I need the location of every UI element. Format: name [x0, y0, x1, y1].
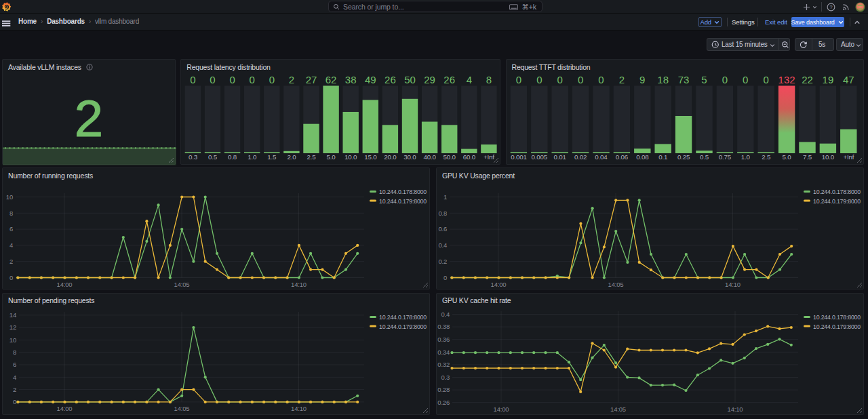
- svg-text:5.0: 5.0: [782, 153, 791, 161]
- svg-text:0.4: 0.4: [441, 310, 450, 317]
- svg-text:4: 4: [9, 241, 13, 249]
- svg-text:0: 0: [515, 74, 521, 85]
- svg-text:0.26: 0.26: [437, 398, 450, 405]
- svg-text:2: 2: [289, 74, 294, 85]
- svg-text:8: 8: [486, 74, 492, 85]
- svg-text:0.04: 0.04: [595, 153, 608, 161]
- svg-text:0.08: 0.08: [636, 153, 649, 161]
- svg-text:14:05: 14:05: [608, 281, 624, 288]
- svg-text:6: 6: [9, 225, 13, 233]
- svg-text:10.244.0.178:8000: 10.244.0.178:8000: [813, 188, 861, 195]
- svg-text:6: 6: [13, 361, 16, 368]
- svg-text:29: 29: [425, 74, 436, 85]
- svg-text:0: 0: [250, 74, 255, 85]
- svg-text:73: 73: [677, 74, 689, 85]
- svg-text:14:10: 14:10: [725, 281, 741, 288]
- svg-text:?: ?: [829, 4, 832, 10]
- svg-text:0.6: 0.6: [438, 225, 447, 233]
- svg-text:0.1: 0.1: [658, 153, 667, 161]
- svg-text:22: 22: [802, 74, 813, 85]
- svg-text:14:00: 14:00: [491, 281, 507, 288]
- svg-text:18: 18: [657, 74, 669, 85]
- svg-text:0.36: 0.36: [437, 335, 450, 342]
- svg-text:132: 132: [778, 74, 795, 85]
- svg-text:2.5: 2.5: [762, 153, 771, 161]
- svg-text:26: 26: [384, 74, 396, 85]
- svg-text:10.0: 10.0: [821, 153, 834, 161]
- svg-text:50: 50: [404, 74, 416, 85]
- svg-text:14:10: 14:10: [291, 281, 307, 288]
- svg-text:10.244.0.179:8000: 10.244.0.179:8000: [379, 198, 427, 205]
- svg-text:14:10: 14:10: [728, 405, 743, 413]
- svg-text:50.0: 50.0: [443, 153, 456, 161]
- svg-text:4: 4: [13, 373, 16, 380]
- svg-text:10.244.0.178:8000: 10.244.0.178:8000: [379, 188, 427, 195]
- svg-text:1.0: 1.0: [741, 153, 750, 161]
- svg-text:62: 62: [326, 74, 337, 85]
- svg-text:10.244.0.178:8000: 10.244.0.178:8000: [813, 314, 861, 321]
- svg-text:0.28: 0.28: [437, 386, 450, 393]
- svg-text:0: 0: [191, 74, 196, 85]
- svg-text:0.25: 0.25: [677, 153, 690, 161]
- svg-text:0: 0: [557, 74, 562, 85]
- svg-text:10.244.0.179:8000: 10.244.0.179:8000: [379, 323, 427, 330]
- svg-text:0.2: 0.2: [438, 258, 447, 265]
- svg-text:40.0: 40.0: [424, 153, 437, 161]
- svg-text:60.0: 60.0: [463, 153, 476, 161]
- svg-text:10.244.0.179:8000: 10.244.0.179:8000: [813, 323, 861, 330]
- svg-text:47: 47: [842, 74, 854, 85]
- svg-text:10.244.0.178:8000: 10.244.0.178:8000: [379, 314, 427, 321]
- svg-text:14:00: 14:00: [57, 405, 73, 412]
- svg-text:10.244.0.179:8000: 10.244.0.179:8000: [813, 198, 861, 205]
- svg-text:38: 38: [345, 74, 357, 85]
- svg-text:30.0: 30.0: [404, 153, 417, 161]
- svg-text:0.8: 0.8: [438, 210, 447, 217]
- svg-text:0.001: 0.001: [511, 153, 526, 161]
- svg-text:15.0: 15.0: [364, 153, 377, 161]
- svg-text:19: 19: [822, 74, 833, 85]
- svg-text:0.32: 0.32: [437, 361, 450, 368]
- svg-text:5: 5: [701, 74, 707, 85]
- svg-text:0.38: 0.38: [437, 323, 450, 330]
- svg-text:10: 10: [9, 336, 16, 343]
- svg-text:0: 0: [536, 74, 542, 85]
- svg-text:2: 2: [618, 74, 624, 85]
- svg-text:0: 0: [9, 274, 13, 281]
- svg-text:0.3: 0.3: [441, 373, 450, 380]
- svg-text:0: 0: [743, 74, 748, 85]
- svg-text:8: 8: [13, 348, 16, 355]
- svg-text:1.0: 1.0: [248, 153, 257, 161]
- svg-text:5.0: 5.0: [327, 153, 336, 161]
- svg-text:14:00: 14:00: [57, 281, 73, 288]
- svg-text:1: 1: [443, 193, 447, 201]
- svg-text:+Inf: +Inf: [843, 153, 854, 161]
- svg-text:4: 4: [467, 74, 472, 85]
- svg-text:10: 10: [6, 193, 13, 201]
- svg-text:0.34: 0.34: [437, 348, 450, 355]
- svg-text:1.5: 1.5: [268, 153, 277, 161]
- svg-text:9: 9: [639, 74, 645, 85]
- svg-text:0.02: 0.02: [574, 153, 586, 161]
- svg-text:14: 14: [9, 311, 16, 319]
- svg-text:0: 0: [763, 74, 768, 85]
- svg-text:14:05: 14:05: [610, 405, 626, 413]
- svg-text:8: 8: [9, 210, 13, 217]
- svg-text:14:05: 14:05: [174, 405, 190, 412]
- svg-text:0: 0: [269, 74, 275, 85]
- svg-text:0.06: 0.06: [615, 153, 628, 161]
- svg-text:26: 26: [444, 74, 456, 85]
- svg-text:49: 49: [365, 74, 376, 85]
- svg-text:0: 0: [598, 74, 604, 85]
- svg-text:20.0: 20.0: [384, 153, 397, 161]
- svg-text:0.005: 0.005: [531, 153, 547, 161]
- svg-text:2.5: 2.5: [307, 153, 317, 161]
- svg-text:14:00: 14:00: [494, 405, 509, 413]
- svg-text:0.8: 0.8: [228, 153, 237, 161]
- svg-text:0: 0: [210, 74, 216, 85]
- svg-text:14:05: 14:05: [174, 281, 190, 288]
- svg-text:0: 0: [13, 398, 16, 405]
- svg-text:0.3: 0.3: [189, 153, 198, 161]
- svg-text:14:10: 14:10: [291, 405, 307, 412]
- svg-text:10.0: 10.0: [344, 153, 357, 161]
- svg-text:2: 2: [9, 258, 13, 265]
